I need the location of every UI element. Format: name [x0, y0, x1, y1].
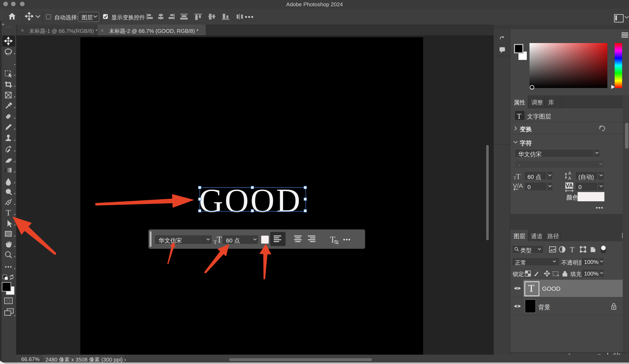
svg-text:A: A: [568, 171, 571, 176]
svg-text:T: T: [6, 208, 11, 217]
svg-text:A: A: [568, 176, 571, 180]
svg-text:T: T: [570, 245, 575, 254]
